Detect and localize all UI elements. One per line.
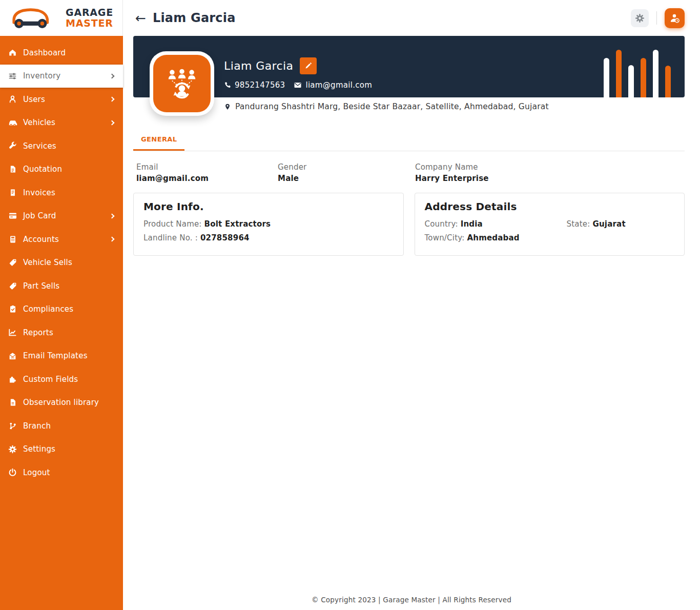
sliders-icon xyxy=(8,71,17,81)
back-button[interactable]: ← xyxy=(135,12,146,25)
sidebar-item-accounts[interactable]: Accounts xyxy=(0,228,123,251)
sidebar-item-reports[interactable]: Reports xyxy=(0,321,123,344)
wrench-icon xyxy=(8,141,17,151)
main-area: ← Liam Garcia xyxy=(123,0,700,610)
content: Liam Garcia 9852147563 liam@gmail.com xyxy=(123,36,700,256)
tag-icon xyxy=(8,281,17,291)
gear-icon xyxy=(635,13,645,23)
puzzle-icon xyxy=(8,374,17,384)
sidebar-item-custom-fields[interactable]: Custom Fields xyxy=(0,368,123,391)
sidebar-item-compliances[interactable]: Compliances xyxy=(0,298,123,321)
profile-email: liam@gmail.com xyxy=(305,80,372,90)
decoration-bar xyxy=(616,50,622,97)
decoration-bar xyxy=(628,65,634,97)
car-wrench-logo-icon xyxy=(4,3,65,33)
profile-name: Liam Garcia xyxy=(224,59,293,72)
topbar-divider xyxy=(656,11,657,25)
field-gender: Gender Male xyxy=(278,162,415,183)
sidebar-item-services[interactable]: Services xyxy=(0,134,123,158)
sidebar: GARAGE MASTER Dashboard Inventory Users xyxy=(0,0,123,610)
chevron-right-icon xyxy=(110,73,115,78)
chevron-right-icon xyxy=(110,120,115,125)
document-icon xyxy=(8,165,17,174)
phone-icon xyxy=(224,82,231,89)
envelope-open-icon xyxy=(8,351,17,361)
sidebar-item-invoices[interactable]: Invoices xyxy=(0,181,123,205)
sidebar-item-vehicle-sells[interactable]: Vehicle Sells xyxy=(0,251,123,275)
code-branch-icon xyxy=(8,421,17,431)
calculator-icon xyxy=(8,234,17,244)
decorative-bar-chart xyxy=(604,50,671,97)
profile-phone: 9852147563 xyxy=(235,80,285,90)
address-details-title: Address Details xyxy=(425,200,675,213)
app-logo: GARAGE MASTER xyxy=(0,0,123,36)
address-row-state: State: Gujarat xyxy=(567,219,675,229)
profile-address-row: Pandurang Shashtri Marg, Beside Star Baz… xyxy=(133,102,685,111)
chart-line-icon xyxy=(8,328,17,337)
sidebar-item-quotation[interactable]: Quotation xyxy=(0,158,123,181)
location-pin-icon xyxy=(224,103,231,111)
field-email: Email liam@gmail.com xyxy=(136,162,278,183)
home-icon xyxy=(8,48,17,57)
customer-group-sync-icon xyxy=(163,65,200,102)
sidebar-item-observation-library[interactable]: Observation library xyxy=(0,391,123,415)
more-info-row: Landline No. : 027858964 xyxy=(143,233,394,242)
chevron-right-icon xyxy=(110,97,115,102)
topbar: ← Liam Garcia xyxy=(123,0,700,36)
power-icon xyxy=(8,467,17,477)
sidebar-item-settings[interactable]: Settings xyxy=(0,438,123,461)
brand-line2: MASTER xyxy=(66,18,113,29)
settings-button[interactable] xyxy=(631,9,649,27)
profile-hero-card: Liam Garcia 9852147563 liam@gmail.com xyxy=(133,36,685,97)
sidebar-item-logout[interactable]: Logout xyxy=(0,461,123,484)
clipboard-check-icon xyxy=(8,304,17,314)
tab-bar: GENERAL xyxy=(133,134,685,151)
user-log-icon xyxy=(669,12,681,24)
decoration-bar xyxy=(604,58,609,97)
pencil-icon xyxy=(304,62,312,70)
more-info-card: More Info. Product Name: Bolt Extractors… xyxy=(133,193,404,256)
gear-icon xyxy=(8,444,17,454)
field-company-name: Company Name Harry Enterprise xyxy=(415,162,685,183)
sidebar-item-part-sells[interactable]: Part Sells xyxy=(0,274,123,298)
decoration-bar xyxy=(665,66,671,97)
decoration-bar xyxy=(641,58,646,97)
brand-line1: GARAGE xyxy=(66,7,113,18)
edit-profile-button[interactable] xyxy=(300,57,317,74)
more-info-row: Product Name: Bolt Extractors xyxy=(143,219,394,229)
chevron-right-icon xyxy=(110,237,115,242)
receipt-icon xyxy=(8,188,17,197)
id-card-icon xyxy=(8,211,17,221)
file-icon xyxy=(8,398,17,408)
more-info-title: More Info. xyxy=(143,200,394,213)
decoration-bar xyxy=(653,50,658,97)
user-icon xyxy=(8,94,17,104)
sidebar-menu: Dashboard Inventory Users Vehicles xyxy=(0,36,123,484)
sidebar-item-job-card[interactable]: Job Card xyxy=(0,205,123,228)
tag-icon xyxy=(8,258,17,268)
mail-icon xyxy=(294,81,302,89)
sidebar-item-users[interactable]: Users xyxy=(0,88,123,111)
sidebar-item-email-templates[interactable]: Email Templates xyxy=(0,344,123,368)
brand-name: GARAGE MASTER xyxy=(66,7,113,28)
chevron-right-icon xyxy=(110,213,115,218)
address-details-card: Address Details Country: India State: Gu… xyxy=(415,193,685,256)
profile-address: Pandurang Shashtri Marg, Beside Star Baz… xyxy=(235,102,549,111)
sidebar-item-branch[interactable]: Branch xyxy=(0,414,123,438)
avatar xyxy=(150,51,214,116)
footer-copyright: © Copyright 2023 | Garage Master | All R… xyxy=(123,596,700,604)
sidebar-item-inventory[interactable]: Inventory xyxy=(0,65,123,88)
sidebar-item-dashboard[interactable]: Dashboard xyxy=(0,41,123,65)
car-icon xyxy=(8,118,17,128)
address-row-city: Town/City: Ahmedabad xyxy=(425,233,567,242)
detail-cards: More Info. Product Name: Bolt Extractors… xyxy=(133,193,685,256)
general-fields: Email liam@gmail.com Gender Male Company… xyxy=(133,162,685,183)
profile-info: Liam Garcia 9852147563 liam@gmail.com xyxy=(133,36,685,90)
page-title: Liam Garcia xyxy=(153,11,631,25)
address-row-country: Country: India xyxy=(425,219,567,229)
user-log-button[interactable] xyxy=(665,8,685,28)
sidebar-item-vehicles[interactable]: Vehicles xyxy=(0,111,123,135)
tab-general[interactable]: GENERAL xyxy=(133,135,184,151)
